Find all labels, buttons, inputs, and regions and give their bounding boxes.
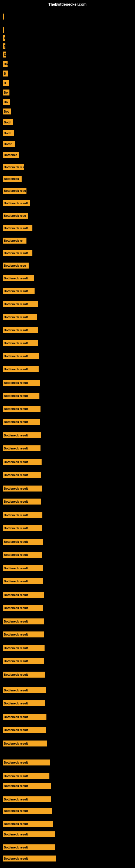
result-bar[interactable]: Bottleneck result	[3, 486, 42, 492]
result-bar[interactable]: B	[3, 80, 9, 86]
result-bar[interactable]: Bottleneck result	[3, 658, 44, 664]
result-bar[interactable]: Bottleneck result	[3, 831, 55, 837]
result-bar[interactable]: Bottleneck resu	[3, 262, 29, 269]
bar-container: Bottleneck result	[3, 796, 51, 802]
bar-container: Bottleneck result	[3, 856, 56, 862]
result-bar[interactable]: Bottleneck result	[3, 618, 44, 624]
result-bar[interactable]: Bottleneck result	[3, 687, 46, 693]
result-bar[interactable]: B	[3, 70, 8, 76]
result-bar[interactable]: Bottl	[3, 119, 13, 125]
bar-container: Bo	[3, 61, 8, 67]
result-bar[interactable]: Bottleneck result	[3, 225, 32, 231]
bar-container	[3, 13, 4, 20]
result-bar[interactable]: Bottleneck result	[3, 578, 43, 584]
result-bar[interactable]: B	[3, 43, 5, 50]
result-bar[interactable]: Bo	[3, 90, 9, 95]
bar-container: Bottleneck result	[3, 472, 41, 478]
result-bar[interactable]: Bottleneck result	[3, 539, 43, 545]
result-bar[interactable]: Bottleneck result	[3, 340, 38, 346]
bar-container: Bottleneck result	[3, 565, 43, 571]
result-bar[interactable]: Bottleneck result	[3, 250, 32, 256]
result-bar[interactable]: Bottleneck result	[3, 432, 41, 438]
result-bar[interactable]: Bottleneck result	[3, 856, 56, 862]
result-bar[interactable]	[3, 27, 4, 33]
result-bar[interactable]: Bottleneck result	[3, 592, 44, 598]
bar-container: Bottleneck result	[3, 314, 37, 320]
result-bar[interactable]: Bottleneck result	[3, 796, 51, 802]
bar-container: Bottleneck	[3, 176, 21, 182]
bar-container: Bottleneck result	[3, 552, 42, 558]
result-bar[interactable]: Bottleneck result	[3, 499, 41, 504]
bar-container: Bottleneck result	[3, 288, 35, 294]
result-bar[interactable]: Bottleneck	[3, 176, 21, 182]
result-bar[interactable]: Bottleneck result	[3, 565, 43, 571]
bar-container: Bottleneck result	[3, 200, 30, 206]
result-bar[interactable]: Bottleneck result	[3, 808, 52, 814]
bar-container: Bottleneck result	[3, 687, 46, 693]
result-bar[interactable]: Bottl	[3, 130, 14, 136]
bar-container: Bottleneck result	[3, 645, 45, 651]
bar-container: Bottleneck result	[3, 714, 46, 720]
result-bar[interactable]: Bottleneck resu	[3, 213, 28, 219]
result-bar[interactable]: Bottleneck resu	[3, 188, 27, 194]
result-bar[interactable]: Bottleneck result	[3, 353, 39, 359]
result-bar[interactable]: Bottleneck result	[3, 200, 30, 206]
result-bar[interactable]: Bottleneck result	[3, 741, 47, 746]
result-bar[interactable]: Bottleneck result	[3, 366, 39, 372]
result-bar[interactable]: Bottleneck result	[3, 844, 55, 850]
result-bar[interactable]: Bo	[3, 99, 10, 105]
result-bar[interactable]: Bottleneck result	[3, 701, 45, 706]
result-bar[interactable]: Bottle	[3, 141, 15, 147]
result-bar[interactable]: Bottleneck result	[3, 459, 42, 465]
result-bar[interactable]: E	[3, 35, 5, 41]
result-bar[interactable]	[3, 13, 4, 20]
result-bar[interactable]: E	[3, 52, 6, 58]
result-bar[interactable]: Bottleneck result	[3, 406, 41, 412]
bar-container: Bottleneck result	[3, 380, 40, 386]
bar-container: Bottleneck resu	[3, 188, 27, 194]
result-bar[interactable]: Bottleneck result	[3, 393, 39, 399]
bar-container: Bottleneck result	[3, 250, 32, 256]
result-bar[interactable]: Bottleneck result	[3, 288, 35, 294]
bar-container: Bottleneck result	[3, 578, 43, 584]
bar-container: Bottleneck result	[3, 406, 41, 412]
bar-container: Bottleneck result	[3, 618, 44, 624]
result-bar[interactable]: Bottleneck result	[3, 445, 41, 452]
result-bar[interactable]: Bottleneck result	[3, 760, 50, 766]
result-bar[interactable]: Bottleneck result	[3, 773, 49, 779]
result-bar[interactable]: Bottleneck result	[3, 821, 53, 827]
site-title: TheBottlenecker.com	[48, 2, 87, 6]
bar-container: Bottleneck result	[3, 783, 51, 789]
result-bar[interactable]: Bottleneck result	[3, 380, 40, 386]
result-bar[interactable]: Bottleneck result	[3, 552, 42, 558]
result-bar[interactable]: Bottleneck result	[3, 419, 40, 425]
result-bar[interactable]: Bo	[3, 61, 8, 67]
bar-container: Bottleneck result	[3, 701, 45, 706]
result-bar[interactable]: Bottleneck result	[3, 605, 43, 611]
result-bar[interactable]: Bottleneck result	[3, 512, 42, 518]
bar-container: Bottleneck result	[3, 340, 38, 346]
result-bar[interactable]: Bottlenec	[3, 152, 19, 158]
result-bar[interactable]: Bot	[3, 108, 11, 115]
result-bar[interactable]: Bottleneck result	[3, 301, 38, 307]
bar-container: Bottleneck result	[3, 393, 39, 399]
result-bar[interactable]: Bottleneck result	[3, 472, 41, 478]
bar-container: Bottleneck result	[3, 432, 41, 438]
result-bar[interactable]: Bottleneck result	[3, 631, 44, 638]
result-bar[interactable]: Bottleneck result	[3, 525, 42, 531]
bar-container: Bottleneck result	[3, 727, 46, 733]
result-bar[interactable]: Bottleneck result	[3, 327, 38, 333]
result-bar[interactable]: Bottleneck result	[3, 714, 46, 720]
result-bar[interactable]: Bottleneck result	[3, 314, 37, 320]
bar-container: Bottleneck result	[3, 741, 47, 746]
result-bar[interactable]: Bottleneck result	[3, 727, 46, 733]
bar-container: Bottle	[3, 141, 15, 147]
result-bar[interactable]: Bottleneck result	[3, 672, 45, 678]
result-bar[interactable]: Bottleneck result	[3, 645, 45, 651]
result-bar[interactable]: Bottleneck res	[3, 164, 24, 170]
bar-container: Bottleneck result	[3, 366, 39, 372]
result-bar[interactable]: Bottleneck result	[3, 275, 34, 281]
result-bar[interactable]: Bottleneck re	[3, 238, 27, 244]
result-bar[interactable]: Bottleneck result	[3, 783, 51, 789]
bar-container: Bottleneck result	[3, 821, 53, 827]
